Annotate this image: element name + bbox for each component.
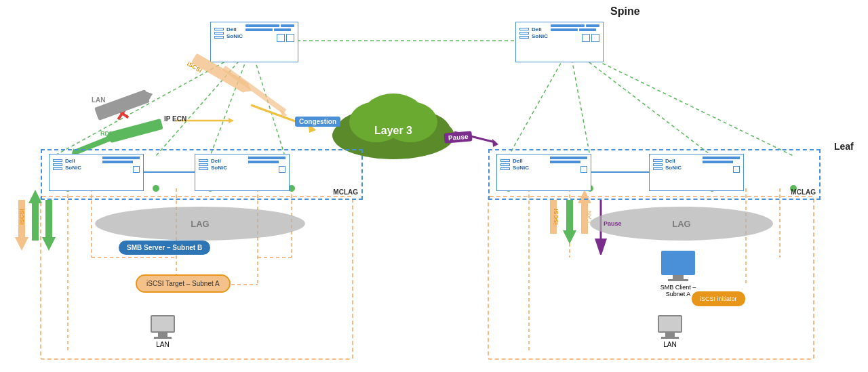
spine-switch-left-brand: Dell	[226, 26, 243, 33]
leaf-label: Leaf	[834, 141, 854, 152]
spine-switch-right: Dell SoNiC	[515, 22, 604, 62]
iscsi-target: iSCSI Target – Subnet A	[136, 274, 231, 293]
iscsi-label-right: iSCSI	[553, 209, 559, 225]
mclag-label-right: MCLAG	[791, 188, 816, 196]
iscsi-label-left: iSCSI	[18, 209, 25, 225]
leaf-sw-r1-brand: Dell	[513, 158, 529, 165]
svg-marker-30	[28, 190, 42, 203]
svg-marker-56	[492, 139, 498, 147]
leaf-switch-left-2: Dell SoNiC	[195, 154, 290, 191]
pause-label-right: Pause	[604, 220, 622, 227]
spine-switch-left-os: SoNiC	[226, 33, 243, 40]
leaf-sw-r2-os: SoNiC	[665, 165, 682, 171]
lag-ellipse-left: LAG	[95, 207, 305, 241]
smb-server: SMB Server – Subnet B	[119, 241, 210, 255]
leaf-switch-right-1: Dell SoNiC	[496, 154, 591, 191]
lan-arrow-label-left: LAN	[92, 96, 106, 104]
congestion-label: Congestion	[295, 117, 340, 127]
leaf-container-left: Dell SoNiC	[41, 149, 363, 200]
lan-monitor-left: LAN	[151, 315, 175, 348]
svg-line-3	[251, 47, 285, 156]
lan-monitor-right: LAN	[658, 315, 682, 348]
ip-ecn-label: IP ECN	[164, 115, 186, 123]
spine-switch-right-os: SoNiC	[532, 33, 548, 40]
svg-marker-34	[563, 230, 576, 244]
leaf-sw-r2-brand: Dell	[665, 158, 682, 165]
leaf-sw-l1-os: SoNiC	[65, 165, 81, 171]
leaf-sw-l2-os: SoNiC	[211, 165, 227, 171]
svg-marker-32	[15, 237, 28, 251]
svg-line-7	[570, 47, 793, 156]
leaf-container-right: Dell SoNiC	[488, 149, 821, 200]
leaf-switch-right-2: Dell SoNiC	[649, 154, 744, 191]
svg-marker-28	[42, 237, 56, 251]
svg-line-6	[570, 47, 712, 156]
svg-marker-52	[229, 118, 234, 123]
mclag-label-left: MCLAG	[333, 188, 358, 196]
svg-marker-50	[280, 109, 288, 117]
svg-line-0	[54, 47, 251, 156]
spine-label: Spine	[610, 5, 640, 18]
lan-label-right: LAN	[658, 341, 682, 348]
svg-line-4	[509, 47, 570, 156]
spine-switch-right-brand: Dell	[532, 26, 548, 33]
spine-switch-left: Dell SoNiC	[210, 22, 298, 62]
leaf-switch-left-1: Dell SoNiC	[49, 154, 144, 191]
rdma-label-right: RDMA	[568, 208, 574, 226]
leaf-sw-r1-os: SoNiC	[513, 165, 529, 171]
svg-text:Layer 3: Layer 3	[374, 125, 412, 136]
smb-client: SMB Client – Subnet A	[651, 251, 705, 297]
iscsi-initiator: iSCSI initiator	[692, 291, 745, 306]
pause-cloud-label: Pause	[443, 131, 473, 144]
leaf-sw-l2-brand: Dell	[211, 158, 227, 165]
rdma-top-label: RDMA	[100, 130, 119, 137]
svg-line-2	[210, 47, 251, 156]
rdma-label-left: RDMA	[45, 208, 52, 226]
svg-line-5	[570, 47, 590, 156]
lan-arrow-label-right: LAN	[586, 211, 593, 224]
leaf-sw-l1-brand: Dell	[65, 158, 81, 165]
lan-label-left: LAN	[151, 341, 175, 348]
network-diagram: Spine Dell SoNiC	[0, 0, 868, 372]
